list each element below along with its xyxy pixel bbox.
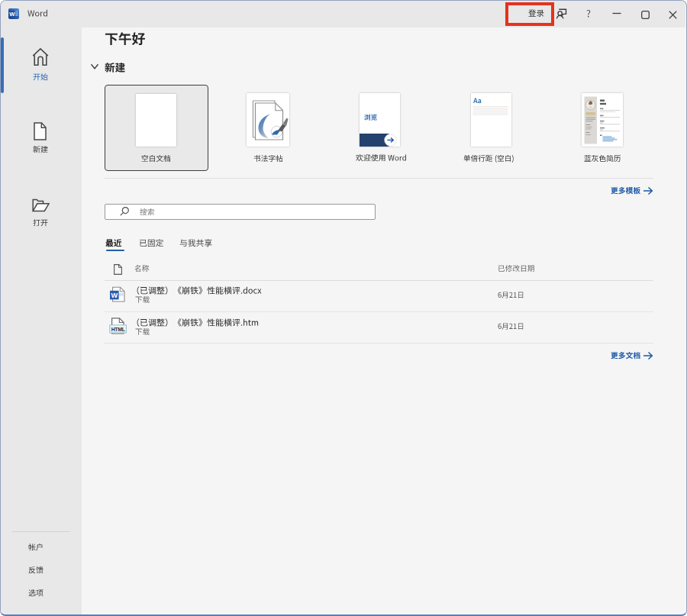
svg-text:W: W (9, 11, 15, 18)
svg-text:HTML: HTML (111, 327, 125, 332)
svg-text:W: W (111, 292, 118, 299)
